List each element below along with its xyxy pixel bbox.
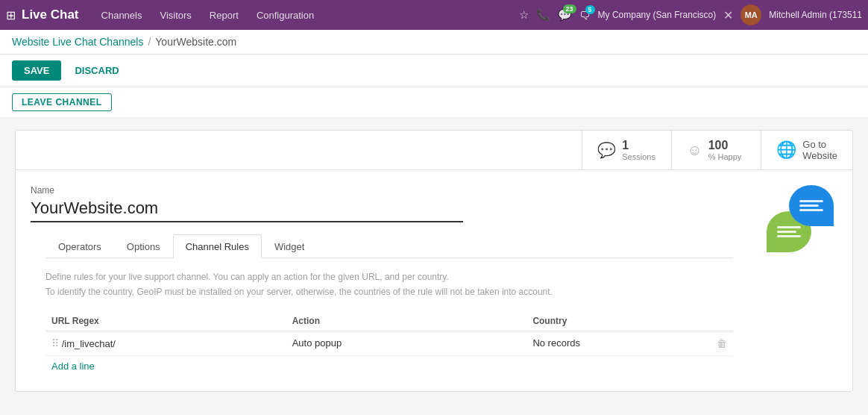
user-name[interactable]: Mitchell Admin (173511 [769, 10, 862, 20]
tab-operators[interactable]: Operators [45, 234, 114, 258]
app-title: Live Chat [22, 7, 79, 22]
row-action-value[interactable]: Auto popup [292, 337, 342, 349]
col-header-action: Action [286, 311, 527, 331]
happy-icon: ☺ [687, 142, 702, 159]
col-header-country: Country [526, 311, 699, 331]
chat-badge-count: 23 [563, 4, 576, 13]
phone-icon[interactable]: 📞 [536, 8, 550, 22]
stat-happy: ☺ 100 % Happy [671, 131, 761, 169]
nav-visitors[interactable]: Visitors [152, 5, 198, 25]
stat-sessions: 💬 1 Sessions [582, 131, 671, 169]
add-line-button[interactable]: Add a line [45, 356, 101, 376]
breadcrumb-current: YourWebsite.com [155, 36, 236, 48]
goto-sub: Website [802, 150, 837, 162]
goto-label: Go to [802, 139, 837, 151]
rules-description: Define rules for your live support chann… [45, 270, 733, 299]
leave-channel-bar: LEAVE CHANNEL [0, 87, 868, 118]
discard-button[interactable]: DISCARD [67, 60, 126, 81]
save-button[interactable]: SAVE [12, 60, 61, 81]
record-card: 💬 1 Sessions ☺ 100 % Happy 🌐 Go to Websi… [15, 130, 853, 392]
rules-desc-line1: Define rules for your live support chann… [45, 270, 733, 284]
star-icon[interactable]: ☆ [519, 8, 529, 22]
row-action-cell: Auto popup [286, 331, 527, 355]
close-icon[interactable]: ✕ [723, 8, 733, 22]
message-badge-icon[interactable]: 🗨 5 [579, 9, 591, 22]
tab-options[interactable]: Options [114, 234, 173, 258]
tab-content-channel-rules: Define rules for your live support chann… [31, 258, 748, 375]
nav-channels[interactable]: Channels [94, 5, 150, 25]
chat-icon-wrapper [767, 185, 834, 252]
rules-table: URL Regex Action Country [45, 311, 733, 356]
action-bar: SAVE DISCARD [0, 54, 868, 87]
col-header-delete [699, 311, 733, 331]
tab-channel-rules[interactable]: Channel Rules [173, 234, 262, 258]
col-header-url: URL Regex [45, 311, 286, 331]
record-body: Name YourWebsite.com Operators Options C… [16, 170, 852, 390]
nav-configuration[interactable]: Configuration [249, 5, 321, 25]
breadcrumb-parent[interactable]: Website Live Chat Channels [12, 36, 143, 48]
tabs: Operators Options Channel Rules Widget [45, 234, 733, 258]
breadcrumb-separator: / [148, 36, 151, 48]
message-badge-count: 5 [585, 5, 595, 14]
tab-widget[interactable]: Widget [262, 234, 317, 258]
delete-row-icon[interactable]: 🗑 [717, 337, 727, 349]
grid-icon[interactable]: ⊞ [6, 8, 16, 22]
drag-handle-icon[interactable]: ⠿ [51, 337, 59, 349]
leave-channel-button[interactable]: LEAVE CHANNEL [12, 93, 112, 111]
row-country-cell: No records [526, 331, 699, 355]
sessions-label: Sessions [622, 152, 655, 162]
stat-goto-website[interactable]: 🌐 Go to Website [761, 131, 852, 169]
breadcrumb: Website Live Chat Channels / YourWebsite… [0, 30, 868, 54]
rules-desc-line2: To identify the country, GeoIP must be i… [45, 285, 733, 299]
sessions-icon: 💬 [597, 141, 616, 159]
main-content: 💬 1 Sessions ☺ 100 % Happy 🌐 Go to Websi… [0, 118, 868, 404]
row-url-value[interactable]: /im_livechat/ [62, 338, 116, 349]
row-url-cell: ⠿ /im_livechat/ [45, 331, 286, 355]
main-nav: Channels Visitors Report Configuration [94, 5, 519, 25]
sessions-count: 1 [622, 138, 655, 152]
table-row: ⠿ /im_livechat/ Auto popup No records [45, 331, 733, 355]
topbar: ⊞ Live Chat Channels Visitors Report Con… [0, 0, 868, 30]
nav-report[interactable]: Report [202, 5, 246, 25]
record-image [763, 185, 837, 375]
chat-bubble-blue [789, 185, 834, 226]
website-icon: 🌐 [776, 140, 796, 160]
topbar-right: ☆ 📞 💬 23 🗨 5 My Company (San Francisco) … [519, 4, 862, 25]
avatar[interactable]: MA [740, 4, 761, 25]
stats-bar: 💬 1 Sessions ☺ 100 % Happy 🌐 Go to Websi… [16, 131, 852, 170]
record-form: Name YourWebsite.com Operators Options C… [31, 185, 748, 375]
happy-percent: 100 [708, 138, 742, 152]
name-field-value[interactable]: YourWebsite.com [31, 199, 463, 222]
happy-label: % Happy [708, 152, 742, 162]
name-field-label: Name [31, 185, 748, 196]
chat-badge-icon[interactable]: 💬 23 [558, 8, 572, 22]
company-selector[interactable]: My Company (San Francisco) [598, 10, 717, 20]
row-country-value[interactable]: No records [532, 337, 580, 349]
row-delete-cell: 🗑 [699, 331, 733, 355]
